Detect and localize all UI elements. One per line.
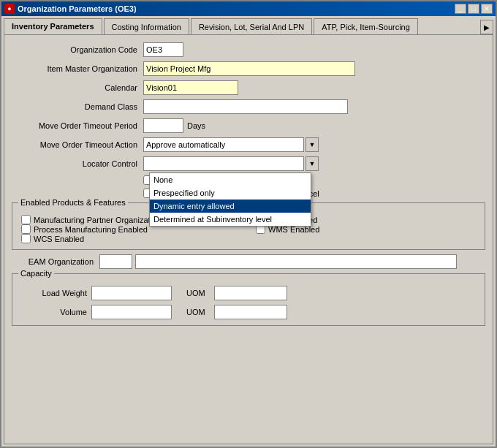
tab-costing-information[interactable]: Costing Information xyxy=(104,18,189,34)
wcs-checkbox[interactable] xyxy=(21,234,31,243)
move-order-action-dropdown-btn[interactable]: ▼ xyxy=(306,137,319,152)
volume-uom-row: UOM xyxy=(186,305,287,319)
title-bar: ● Organization Parameters (OE3) _ □ ✕ xyxy=(1,1,496,16)
load-weight-uom-row: UOM xyxy=(186,286,287,300)
volume-uom-input[interactable] xyxy=(214,305,287,319)
volume-uom-label: UOM xyxy=(186,308,205,316)
move-order-action-dropdown[interactable]: ▼ xyxy=(143,137,319,152)
process-manufacturing-checkbox[interactable] xyxy=(21,224,31,234)
process-manufacturing-label: Process Manufacturing Enabled xyxy=(34,225,148,234)
org-code-input[interactable] xyxy=(143,42,183,57)
locator-dropdown-list: None Prespecified only Dynamic entry all… xyxy=(149,172,311,227)
maximize-button[interactable]: □ xyxy=(468,4,479,14)
calendar-input[interactable] xyxy=(143,80,238,95)
locator-option-none[interactable]: None xyxy=(150,173,311,186)
tab-inventory-parameters[interactable]: Inventory Parameters xyxy=(4,18,102,34)
volume-row: Volume xyxy=(21,305,172,319)
calendar-row: Calendar xyxy=(12,80,485,95)
demand-class-row: Demand Class xyxy=(12,99,485,114)
close-button[interactable]: ✕ xyxy=(481,4,493,14)
eam-org-code-input[interactable] xyxy=(99,254,132,269)
tab-revision-lot[interactable]: Revision, Lot, Serial And LPN xyxy=(191,18,312,34)
window-icon: ● xyxy=(4,4,15,14)
locator-control-input[interactable] xyxy=(143,156,304,171)
item-master-row: Item Master Organization xyxy=(12,61,485,76)
volume-label: Volume xyxy=(21,308,87,316)
org-code-label: Organization Code xyxy=(12,45,143,54)
item-master-input[interactable] xyxy=(143,61,355,76)
move-order-action-row: Move Order Timeout Action ▼ xyxy=(12,137,485,152)
eam-org-name-input[interactable] xyxy=(135,254,457,269)
volume-input[interactable] xyxy=(91,305,172,319)
locator-control-dropdown-btn[interactable]: ▼ xyxy=(306,156,319,171)
load-weight-uom-input[interactable] xyxy=(214,286,287,300)
load-weight-uom-label: UOM xyxy=(186,289,205,297)
tab-scroll-right[interactable]: ▶ xyxy=(480,20,493,34)
locator-option-dynamic[interactable]: Dynamic entry allowed xyxy=(150,200,311,213)
capacity-left: Load Weight Volume xyxy=(21,286,172,319)
load-weight-row: Load Weight xyxy=(21,286,172,300)
locator-option-subinventory[interactable]: Determined at Subinventory level xyxy=(150,213,311,226)
main-window: ● Organization Parameters (OE3) _ □ ✕ In… xyxy=(0,0,497,448)
move-order-timeout-row: Move Order Timeout Period Days xyxy=(12,118,485,133)
move-order-timeout-input[interactable] xyxy=(143,118,183,133)
minimize-button[interactable]: _ xyxy=(455,4,466,14)
eam-organization-row: EAM Organization xyxy=(12,254,485,269)
title-bar-buttons: _ □ ✕ xyxy=(455,4,493,14)
feature-wcs: WCS Enabled xyxy=(21,234,241,243)
window-title: Organization Parameters (OE3) xyxy=(18,4,455,13)
locator-control-row: Locator Control ▼ None Prespecified only… xyxy=(12,156,485,171)
days-label: Days xyxy=(187,121,205,130)
capacity-section-title: Capacity xyxy=(18,269,54,278)
calendar-label: Calendar xyxy=(12,83,143,92)
item-master-label: Item Master Organization xyxy=(12,64,143,73)
org-code-row: Organization Code xyxy=(12,42,485,57)
demand-class-label: Demand Class xyxy=(12,102,143,111)
manufacturing-partner-label: Manufacturing Partner Organization xyxy=(34,216,161,224)
manufacturing-partner-checkbox[interactable] xyxy=(21,215,31,224)
load-weight-label: Load Weight xyxy=(21,289,87,297)
demand-class-input[interactable] xyxy=(143,99,348,114)
move-order-action-input[interactable] xyxy=(143,137,304,152)
locator-option-prespecified[interactable]: Prespecified only xyxy=(150,186,311,200)
move-order-action-label: Move Order Timeout Action xyxy=(12,140,143,149)
capacity-section: Capacity Load Weight Volume UOM xyxy=(12,273,485,326)
tab-atp-pick[interactable]: ATP, Pick, Item-Sourcing xyxy=(314,18,418,34)
capacity-right: UOM UOM xyxy=(186,286,287,319)
locator-control-label: Locator Control xyxy=(12,159,143,168)
load-weight-input[interactable] xyxy=(91,286,172,300)
wcs-label: WCS Enabled xyxy=(34,235,84,243)
eam-organization-label: EAM Organization xyxy=(12,257,99,266)
features-section-title: Enabled Products & Features xyxy=(18,198,128,207)
locator-control-dropdown[interactable]: ▼ xyxy=(143,156,319,171)
tab-bar: Inventory Parameters Costing Information… xyxy=(1,16,496,34)
move-order-timeout-label: Move Order Timeout Period xyxy=(12,121,143,130)
content-area: Organization Code Item Master Organizati… xyxy=(4,34,493,444)
